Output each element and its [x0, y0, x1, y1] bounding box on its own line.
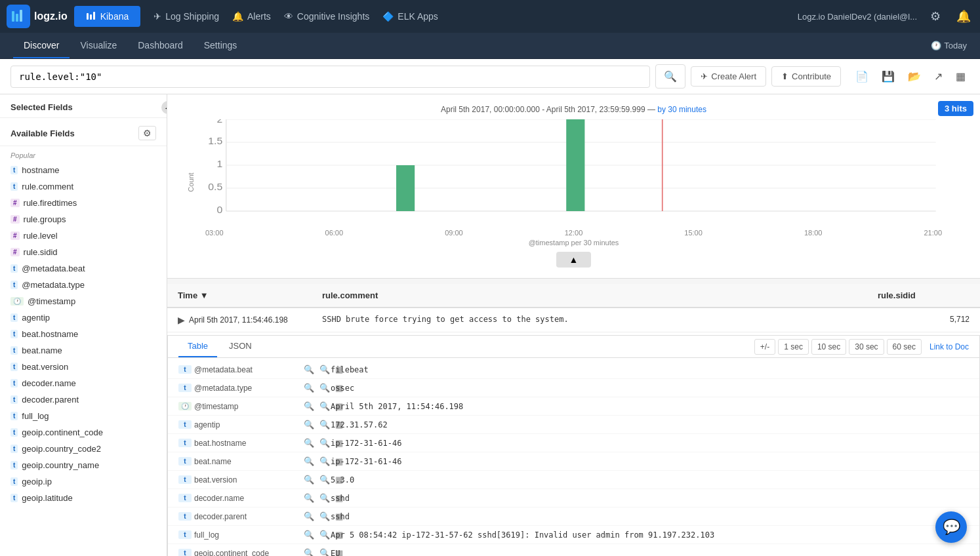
sidebar-field-geoip-country-name[interactable]: t geoip.country_name [0, 457, 167, 473]
link-to-doc[interactable]: Link to Doc [929, 342, 969, 351]
filter-for-icon[interactable]: 🔍 [302, 364, 316, 375]
collapse-chart-button[interactable]: ▲ [556, 252, 592, 268]
nav-log-shipping[interactable]: ✈ Log Shipping [153, 11, 219, 22]
filter-for-icon[interactable]: 🔍 [302, 492, 316, 504]
sidebar-field-decoder-name[interactable]: t decoder.name [0, 375, 167, 391]
sidebar-field-rule-sidid[interactable]: # rule.sidid [0, 244, 167, 260]
sidebar-field-agentip[interactable]: t agentip [0, 309, 167, 326]
filter-out-icon[interactable]: 🔍 [317, 474, 332, 485]
filter-out-icon[interactable]: 🔍 [317, 382, 332, 393]
filter-for-icon[interactable]: 🔍 [302, 529, 316, 540]
time-10sec-button[interactable]: 10 sec [811, 339, 846, 355]
filter-out-icon[interactable]: 🔍 [317, 492, 332, 504]
time-plus-minus-button[interactable]: +/- [754, 339, 775, 355]
chart-y-label: Count [187, 172, 195, 191]
sidebar-field-beat-version[interactable]: t beat.version [0, 359, 167, 375]
sidebar-field-geoip-continent-code[interactable]: t geoip.continent_code [0, 424, 167, 441]
detail-field-name: @timestamp [194, 402, 299, 411]
filter-out-icon[interactable]: 🔍 [317, 437, 332, 448]
sidebar-field--metadata-type[interactable]: t @metadata.type [0, 277, 167, 293]
field-type-badge: # [10, 215, 20, 224]
sidebar-field--metadata-beat[interactable]: t @metadata.beat [0, 260, 167, 277]
table-icon[interactable]: ▦ [952, 68, 970, 85]
detail-field-value: sshd [331, 512, 969, 521]
time-1sec-button[interactable]: 1 sec [778, 339, 809, 355]
tab-visualize[interactable]: Visualize [70, 33, 127, 58]
sidebar-field-hostname[interactable]: t hostname [0, 162, 167, 178]
field-name-label: geoip.ip [22, 477, 52, 486]
tab-discover[interactable]: Discover [13, 33, 70, 58]
nav-alerts[interactable]: 🔔 Alerts [232, 11, 271, 22]
chart-area: 3 hits April 5th 2017, 00:00:00.000 - Ap… [167, 94, 980, 279]
logo[interactable]: logz.io [7, 5, 68, 28]
detail-row: t beat.hostname 🔍 🔍 ▦ ip-172-31-61-46 [168, 434, 979, 452]
time-60sec-button[interactable]: 60 sec [887, 339, 922, 355]
filter-for-icon[interactable]: 🔍 [302, 437, 316, 448]
open-icon[interactable]: 📂 [904, 68, 925, 85]
sidebar-field-decoder-parent[interactable]: t decoder.parent [0, 391, 167, 408]
sidebar-field-geoip-ip[interactable]: t geoip.ip [0, 473, 167, 490]
search-button[interactable]: 🔍 [655, 64, 685, 89]
tab-settings[interactable]: Settings [194, 33, 248, 58]
filter-out-icon[interactable]: 🔍 [317, 456, 332, 467]
filter-for-icon[interactable]: 🔍 [302, 474, 316, 485]
sidebar-field-beat-hostname[interactable]: t beat.hostname [0, 326, 167, 342]
filter-for-icon[interactable]: 🔍 [302, 547, 316, 556]
time-column-header[interactable]: Time ▼ [178, 290, 322, 300]
sidebar-field-rule-firedtimes[interactable]: # rule.firedtimes [0, 195, 167, 211]
detail-field-value: EU [331, 549, 969, 557]
filter-out-icon[interactable]: 🔍 [317, 547, 332, 556]
logo-text: logz.io [34, 10, 68, 22]
sidebar-field--timestamp[interactable]: 🕐 @timestamp [0, 293, 167, 309]
sidebar-field-beat-name[interactable]: t beat.name [0, 342, 167, 359]
sidebar-field-rule-level[interactable]: # rule.level [0, 228, 167, 244]
sidebar-field-rule-comment[interactable]: t rule.comment [0, 178, 167, 195]
sidebar-field-full-log[interactable]: t full_log [0, 408, 167, 424]
sidebar-field-rule-groups[interactable]: # rule.groups [0, 211, 167, 228]
filter-out-icon[interactable]: 🔍 [317, 401, 332, 412]
tab-dashboard[interactable]: Dashboard [127, 33, 194, 58]
sidebar-field-geoip-latitude[interactable]: t geoip.latitude [0, 490, 167, 506]
nav-elk-apps[interactable]: 🔷 ELK Apps [382, 11, 438, 22]
filter-for-icon[interactable]: 🔍 [302, 456, 316, 467]
filter-for-icon[interactable]: 🔍 [302, 401, 316, 412]
field-type-badge: t [10, 330, 18, 338]
search-input[interactable] [10, 66, 650, 88]
sidebar-field-geoip-country-code2[interactable]: t geoip.country_code2 [0, 441, 167, 457]
user-info[interactable]: Logz.io DanielDev2 (daniel@l... [798, 12, 917, 22]
settings-icon[interactable]: ⚙ [928, 7, 943, 26]
filter-for-icon[interactable]: 🔍 [302, 511, 316, 522]
detail-field-icons: 🔍 🔍 ▦ [302, 547, 328, 556]
field-name-label: beat.name [22, 346, 62, 355]
expand-row-button[interactable]: ▶ [178, 315, 185, 325]
filter-for-icon[interactable]: 🔍 [302, 419, 316, 430]
create-alert-button[interactable]: ✈ Create Alert [691, 66, 766, 87]
filter-out-icon[interactable]: 🔍 [317, 511, 332, 522]
sidebar-fields: t hostname t rule.comment # rule.firedti… [0, 162, 167, 506]
field-type-badge: t [10, 379, 18, 387]
hits-badge: 3 hits [938, 101, 973, 116]
filter-for-icon[interactable]: 🔍 [302, 382, 316, 393]
detail-field-name: decoder.name [194, 494, 299, 503]
by-minutes-link[interactable]: by 30 minutes [657, 105, 706, 114]
filter-out-icon[interactable]: 🔍 [317, 419, 332, 430]
tab-table[interactable]: Table [178, 336, 217, 357]
field-name-label: full_log [22, 411, 49, 421]
external-link-icon[interactable]: ↗ [930, 68, 947, 85]
filter-out-icon[interactable]: 🔍 [317, 529, 332, 540]
contribute-button[interactable]: ⬆ Contribute [771, 66, 841, 87]
chat-widget[interactable]: 💬 [935, 511, 967, 543]
cognitive-insights-icon: 👁 [284, 11, 293, 22]
tab-json[interactable]: JSON [220, 336, 261, 357]
notifications-icon[interactable]: 🔔 [954, 7, 973, 26]
detail-type-badge: t [178, 530, 192, 539]
save-icon[interactable]: 💾 [878, 68, 899, 85]
time-30sec-button[interactable]: 30 sec [849, 339, 884, 355]
detail-type-badge: t [178, 494, 192, 502]
filter-out-icon[interactable]: 🔍 [317, 364, 332, 375]
nav-cognitive-insights[interactable]: 👁 Cognitive Insights [284, 11, 370, 22]
detail-field-value: ip-172-31-61-46 [331, 457, 969, 466]
kibana-button[interactable]: Kibana [74, 6, 141, 27]
share-icon[interactable]: 📄 [851, 68, 872, 85]
available-fields-gear[interactable]: ⚙ [138, 126, 156, 140]
